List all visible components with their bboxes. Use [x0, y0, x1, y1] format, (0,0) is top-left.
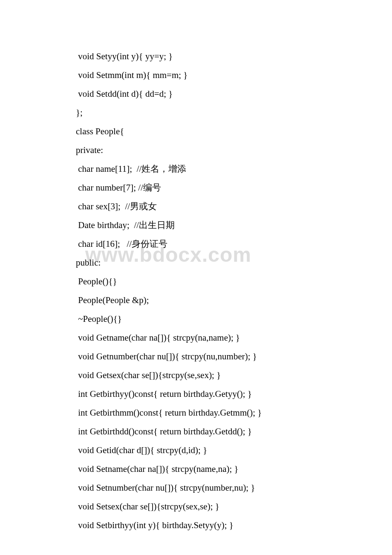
code-content: void Setyy(int y){ yy=y; } void Setmm(in… [76, 47, 392, 535]
document-page: www.bdocx.com void Setyy(int y){ yy=y; }… [0, 0, 392, 535]
code-line: int Getbirthyy()const{ return birthday.G… [76, 384, 392, 403]
code-line: void Setmm(int m){ mm=m; } [76, 66, 392, 84]
code-line: char id[16]; //身份证号 [76, 234, 392, 253]
code-line: }; [76, 103, 392, 122]
code-line: void Setyy(int y){ yy=y; } [76, 47, 392, 66]
code-line: char number[7]; //编号 [76, 178, 392, 197]
code-line: void Getsex(char se[]){strcpy(se,sex); } [76, 366, 392, 384]
code-line: private: [76, 141, 392, 159]
code-line: void Setnumber(char nu[]){ strcpy(number… [76, 478, 392, 497]
code-line: void Getid(char d[]){ strcpy(d,id); } [76, 441, 392, 460]
code-line: void Getnumber(char nu[]){ strcpy(nu,num… [76, 347, 392, 366]
code-line: ~People(){} [76, 309, 392, 328]
code-line: char name[11]; //姓名，增添 [76, 159, 392, 178]
code-line: int Getbirthdd()const{ return birthday.G… [76, 422, 392, 441]
code-line: People(){} [76, 272, 392, 291]
code-line: class People{ [76, 122, 392, 141]
code-line: int Getbirthmm()const{ return birthday.G… [76, 403, 392, 422]
code-line: People(People &p); [76, 291, 392, 309]
code-line: void Getname(char na[]){ strcpy(na,name)… [76, 328, 392, 347]
code-line: void Setname(char na[]){ strcpy(name,na)… [76, 460, 392, 478]
code-line: void Setbirthyy(int y){ birthday.Setyy(y… [76, 516, 392, 535]
code-line: public: [76, 253, 392, 272]
code-line: Date birthday; //出生日期 [76, 216, 392, 234]
code-line: void Setdd(int d){ dd=d; } [76, 84, 392, 103]
code-line: void Setsex(char se[]){strcpy(sex,se); } [76, 497, 392, 516]
code-line: char sex[3]; //男或女 [76, 197, 392, 216]
